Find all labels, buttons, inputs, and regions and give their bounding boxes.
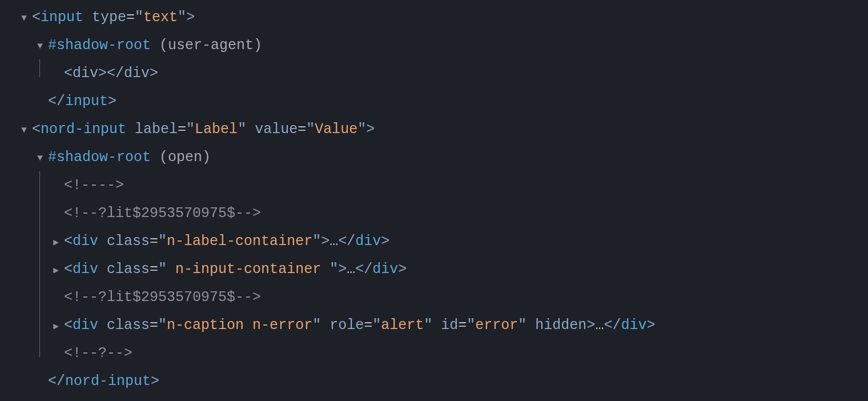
div-open: <div> bbox=[64, 65, 107, 82]
attr-name: role bbox=[329, 317, 364, 334]
tag-name: input bbox=[65, 93, 108, 110]
attr-value: n-input-container bbox=[167, 261, 329, 278]
comment-text: <!--?lit$2953570975$--> bbox=[64, 289, 261, 306]
expand-toggle-icon[interactable]: ▶ bbox=[48, 236, 64, 248]
punct-lt-slash: </ bbox=[48, 373, 65, 390]
shadow-root-open[interactable]: ▼ #shadow-root (open) bbox=[0, 143, 868, 171]
dom-node-div-error[interactable]: ▶ <div class="n-caption n-error" role="a… bbox=[0, 311, 868, 339]
expand-toggle-icon[interactable]: ▼ bbox=[16, 125, 32, 135]
dom-comment[interactable]: ▶ <!--?lit$2953570975$--> bbox=[0, 283, 868, 311]
tag-name: div bbox=[73, 261, 98, 278]
tag-name: input bbox=[41, 9, 83, 26]
dom-node-nord-input-open[interactable]: ▼ <nord-input label="Label" value="Value… bbox=[0, 115, 868, 143]
punct-lt-slash: </ bbox=[48, 93, 65, 110]
dom-comment[interactable]: ▶ <!----> bbox=[0, 171, 868, 199]
comment-text: <!--?lit$2953570975$--> bbox=[64, 205, 261, 222]
punct-eq: = bbox=[126, 9, 135, 26]
comment-text: <!----> bbox=[64, 177, 124, 194]
shadow-root-mode: (user-agent) bbox=[151, 37, 262, 54]
div-close: </div> bbox=[107, 65, 158, 82]
ellipsis: … bbox=[329, 233, 338, 250]
dom-node-nord-input-close[interactable]: ▶ </nord-input> bbox=[0, 367, 868, 395]
punct-lt: < bbox=[32, 9, 41, 26]
attr-name: label bbox=[135, 121, 178, 138]
tree-guide bbox=[32, 227, 48, 255]
punct-gt: > bbox=[186, 9, 195, 26]
tag-name: div bbox=[73, 233, 98, 250]
attr-name: id bbox=[441, 317, 458, 334]
tag-name: nord-input bbox=[41, 121, 126, 138]
attr-value: text bbox=[143, 9, 178, 26]
attr-value: error bbox=[475, 317, 518, 334]
expand-toggle-icon[interactable]: ▼ bbox=[32, 153, 48, 163]
shadow-root-label: #shadow-root bbox=[48, 149, 151, 166]
attr-name: class bbox=[107, 233, 150, 250]
expand-toggle-icon[interactable]: ▼ bbox=[32, 41, 48, 51]
attr-value: n-label-container bbox=[167, 233, 312, 250]
ellipsis: … bbox=[347, 261, 355, 278]
dom-comment[interactable]: ▶ <!--?lit$2953570975$--> bbox=[0, 199, 868, 227]
punct-gt: > bbox=[366, 121, 375, 138]
punct-gt: > bbox=[108, 93, 116, 110]
punct-quote: " bbox=[178, 9, 186, 26]
punct-quote: " bbox=[135, 9, 143, 26]
attr-name: value bbox=[255, 121, 298, 138]
shadow-root-mode: (open) bbox=[151, 149, 211, 166]
tree-guide bbox=[32, 199, 48, 227]
tree-guide bbox=[32, 339, 48, 367]
dom-node-div-input-container[interactable]: ▶ <div class=" n-input-container ">…</di… bbox=[0, 255, 868, 283]
shadow-root-user-agent[interactable]: ▼ #shadow-root (user-agent) bbox=[0, 31, 868, 59]
dom-node-input-open[interactable]: ▼ <input type="text"> bbox=[0, 3, 868, 31]
attr-value: Value bbox=[315, 121, 357, 138]
tree-guide bbox=[32, 283, 48, 311]
dom-tree: ▼ <input type="text"> ▼ #shadow-root (us… bbox=[0, 0, 868, 395]
tag-name: div bbox=[73, 317, 98, 334]
expand-toggle-icon[interactable]: ▶ bbox=[48, 320, 64, 332]
tag-name: nord-input bbox=[65, 373, 151, 390]
dom-node-div-label-container[interactable]: ▶ <div class="n-label-container">…</div> bbox=[0, 227, 868, 255]
expand-toggle-icon[interactable]: ▶ bbox=[48, 264, 64, 276]
attr-name: hidden bbox=[535, 317, 586, 334]
dom-node-input-close[interactable]: ▶ </input> bbox=[0, 87, 868, 115]
tree-guide bbox=[32, 59, 48, 87]
dom-comment[interactable]: ▶ <!--?--> bbox=[0, 339, 868, 367]
attr-name: class bbox=[107, 261, 150, 278]
attr-value: Label bbox=[195, 121, 238, 138]
expand-toggle-icon[interactable]: ▼ bbox=[16, 13, 32, 23]
attr-name: class bbox=[107, 317, 150, 334]
ellipsis: … bbox=[595, 317, 604, 334]
attr-value: alert bbox=[381, 317, 424, 334]
punct-lt: < bbox=[32, 121, 41, 138]
tree-guide bbox=[32, 171, 48, 199]
attr-name: type bbox=[92, 9, 126, 26]
tree-guide bbox=[32, 255, 48, 283]
punct-gt: > bbox=[151, 373, 159, 390]
tree-guide bbox=[32, 311, 48, 339]
dom-node-div-empty[interactable]: ▶ <div></div> bbox=[0, 59, 868, 87]
shadow-root-label: #shadow-root bbox=[48, 37, 151, 54]
attr-value: n-caption n-error bbox=[167, 317, 312, 334]
comment-text: <!--?--> bbox=[64, 345, 132, 362]
